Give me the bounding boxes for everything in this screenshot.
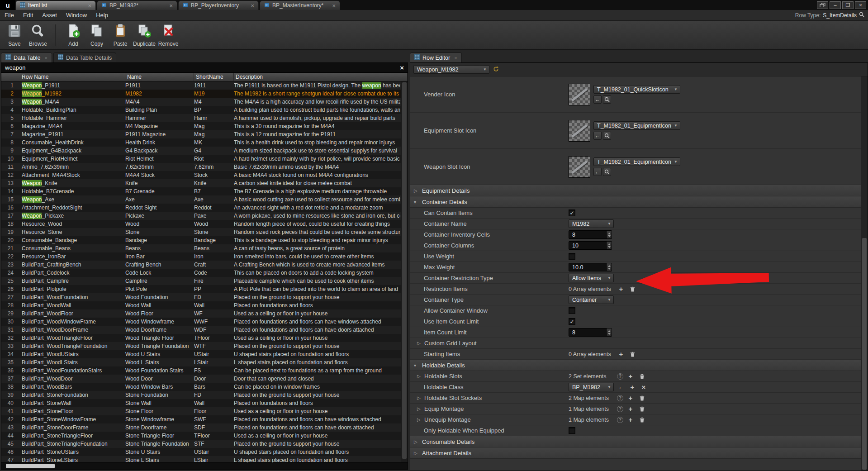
- restore-button[interactable]: ❐: [842, 1, 854, 9]
- expander-icon[interactable]: ▷: [417, 417, 422, 422]
- scrollbar-thumb[interactable]: [6, 464, 55, 468]
- menu-item-asset[interactable]: Asset: [38, 12, 62, 19]
- number-spinbox[interactable]: 10: [569, 241, 612, 250]
- section-header-attachment-details[interactable]: ▷Attachment Details: [410, 447, 861, 459]
- browse-button[interactable]: Browse: [27, 22, 49, 48]
- vertical-scrollbar[interactable]: [401, 81, 408, 462]
- tab-data-table-details[interactable]: Data Table Details: [53, 52, 116, 62]
- spinner-arrows-icon[interactable]: [606, 231, 612, 238]
- table-row[interactable]: 35BuildPart_WoodLStairsWood L StairsLSta…: [1, 358, 408, 366]
- table-row[interactable]: 31BuildPart_WoodDoorFrameWood DoorframeW…: [1, 326, 408, 334]
- expander-icon[interactable]: ▾: [414, 363, 419, 368]
- vertical-scrollbar[interactable]: [861, 76, 868, 471]
- table-row[interactable]: 5Holdable_HammerHammerHamrA hammer used …: [1, 114, 408, 122]
- help-icon[interactable]: ?: [617, 417, 623, 423]
- expander-icon[interactable]: ▷: [414, 439, 419, 444]
- use-selected-asset-icon[interactable]: ←: [593, 95, 602, 104]
- texture-thumbnail[interactable]: [569, 120, 590, 142]
- close-icon[interactable]: ×: [400, 64, 404, 71]
- add-element-icon[interactable]: +: [626, 394, 635, 402]
- section-header-container-details[interactable]: ▾Container Details: [410, 196, 861, 208]
- add-element-icon[interactable]: +: [617, 350, 625, 358]
- section-header-holdable-details[interactable]: ▾Holdable Details: [410, 360, 861, 371]
- search-icon[interactable]: [859, 12, 864, 19]
- help-icon[interactable]: ?: [617, 395, 623, 401]
- asset-dropdown[interactable]: T_M1982_01_EquipmentIcon▼: [593, 121, 680, 130]
- delete-element-icon[interactable]: [638, 405, 646, 413]
- dropdown[interactable]: Allow Items▼: [569, 274, 614, 282]
- close-icon[interactable]: ×: [251, 3, 254, 9]
- table-row[interactable]: 45BuildPart_StoneTriangleFoundationStone…: [1, 440, 408, 448]
- spinner-arrows-icon[interactable]: [606, 263, 612, 271]
- close-icon[interactable]: ×: [45, 55, 47, 61]
- expander-icon[interactable]: ▾: [414, 200, 419, 205]
- browse-to-asset-icon[interactable]: [603, 95, 611, 104]
- scrollbar-thumb[interactable]: [402, 82, 407, 459]
- asset-tab-bp-playerinventory[interactable]: BP_PlayerInventory×: [178, 0, 259, 10]
- table-row[interactable]: 4Holdable_BuildingPlanBuilding PlanBPA b…: [1, 106, 408, 114]
- checkbox[interactable]: ✓: [569, 318, 575, 325]
- table-row[interactable]: 18Resource_WoodWoodWoodRandom length pie…: [1, 220, 408, 228]
- table-row[interactable]: 9Equipment_G4BackpackG4 BackpackG4A medi…: [1, 147, 408, 155]
- table-row[interactable]: 36BuildPart_WoodFoundationStairsWood Fou…: [1, 366, 408, 375]
- delete-element-icon[interactable]: [638, 416, 646, 424]
- browse-to-asset-icon[interactable]: [603, 168, 611, 176]
- add-element-icon[interactable]: +: [628, 383, 636, 391]
- table-row[interactable]: 27BuildPart_WoodFoundationWood Foundatio…: [1, 293, 408, 301]
- number-spinbox[interactable]: 8: [569, 230, 612, 239]
- browse-to-asset-icon[interactable]: [603, 132, 611, 140]
- expander-icon[interactable]: ▷: [414, 188, 419, 193]
- close-icon[interactable]: ×: [332, 3, 336, 9]
- add-element-icon[interactable]: +: [617, 285, 625, 293]
- close-icon[interactable]: ×: [88, 3, 91, 9]
- add-element-icon[interactable]: +: [626, 372, 635, 381]
- close-icon[interactable]: ×: [169, 3, 173, 9]
- delete-element-icon[interactable]: [638, 372, 646, 381]
- add-element-icon[interactable]: +: [626, 416, 635, 424]
- table-row[interactable]: 26BuildPart_PlotpolePlot PolePPA Plot Po…: [1, 285, 408, 293]
- expander-icon[interactable]: ▷: [417, 374, 422, 379]
- table-row[interactable]: 10Equipment_RiotHelmetRiot HelmetRiotA h…: [1, 155, 408, 163]
- copy-button[interactable]: Copy: [86, 22, 108, 48]
- asset-dropdown[interactable]: T_M1982_01_QuickSlotIcon▼: [593, 85, 680, 94]
- table-row[interactable]: 11Ammo_7.62x39mm7.62x39mm7.62mmBasic 7.6…: [1, 163, 408, 171]
- asset-dropdown[interactable]: T_M1982_01_EquipmentIcon▼: [593, 157, 680, 166]
- tab-row-editor[interactable]: Row Editor×: [410, 52, 462, 62]
- table-row[interactable]: 1Weapon_P1911P19111911The P1911 is based…: [1, 81, 408, 90]
- class-dropdown[interactable]: BP_M1982▼: [569, 383, 614, 391]
- use-selected-asset-icon[interactable]: ←: [593, 168, 602, 176]
- paste-button[interactable]: Paste: [109, 22, 131, 48]
- table-row[interactable]: 2Weapon_M1982M1982M19The M1982 is a shor…: [1, 90, 408, 98]
- clear-reference-icon[interactable]: ×: [640, 383, 648, 391]
- asset-tab-bp-m1982[interactable]: BP_M1982*×: [97, 0, 177, 10]
- table-row[interactable]: 19Resource_StoneStoneStoneRandom sized r…: [1, 228, 408, 236]
- dropdown[interactable]: Container▼: [569, 295, 614, 304]
- checkbox[interactable]: [569, 427, 575, 434]
- table-row[interactable]: 13Weapon_KnifeKnifeKnifeA carbon steel k…: [1, 179, 408, 187]
- column-header-shortname[interactable]: ShortName: [194, 73, 234, 81]
- table-row[interactable]: 22Resource_IronBarIron BarIronIron smelt…: [1, 252, 408, 261]
- checkbox[interactable]: [569, 253, 575, 260]
- table-row[interactable]: 12Attachment_M4A4StockM4A4 StockStockA b…: [1, 171, 408, 179]
- section-header-consumable-details[interactable]: ▷Consumable Details: [410, 436, 861, 447]
- reset-to-default-icon[interactable]: [493, 66, 499, 74]
- table-row[interactable]: 30BuildPart_WoodWindowFrameWood Windowfr…: [1, 318, 408, 326]
- texture-thumbnail[interactable]: [569, 84, 590, 105]
- menu-item-help[interactable]: Help: [91, 12, 113, 19]
- table-row[interactable]: 32BuildPart_WoodTriangleFloorWood Triang…: [1, 334, 408, 342]
- table-row[interactable]: 17Weapon_PickaxePickaxePaxeA worn pickax…: [1, 212, 408, 220]
- dropdown[interactable]: M1982▼: [569, 219, 614, 228]
- duplicate-button[interactable]: Duplicate: [133, 22, 156, 48]
- texture-thumbnail[interactable]: [569, 156, 590, 178]
- remove-button[interactable]: Remove: [157, 22, 179, 48]
- add-button[interactable]: Add: [62, 22, 84, 48]
- table-row[interactable]: 24BuildPart_CodelockCode LockCodeThis ca…: [1, 269, 408, 277]
- scrollbar-thumb[interactable]: [862, 238, 867, 470]
- spinner-arrows-icon[interactable]: [606, 242, 612, 249]
- expander-icon[interactable]: ▷: [417, 406, 422, 411]
- search-input[interactable]: weapon: [5, 64, 26, 71]
- table-row[interactable]: 29BuildPart_WoodFloorWood FloorWFUsed as…: [1, 309, 408, 318]
- table-row[interactable]: 39BuildPart_StoneFoundationStone Foundat…: [1, 391, 408, 399]
- close-button[interactable]: ×: [855, 1, 866, 9]
- horizontal-scrollbar[interactable]: [1, 462, 408, 469]
